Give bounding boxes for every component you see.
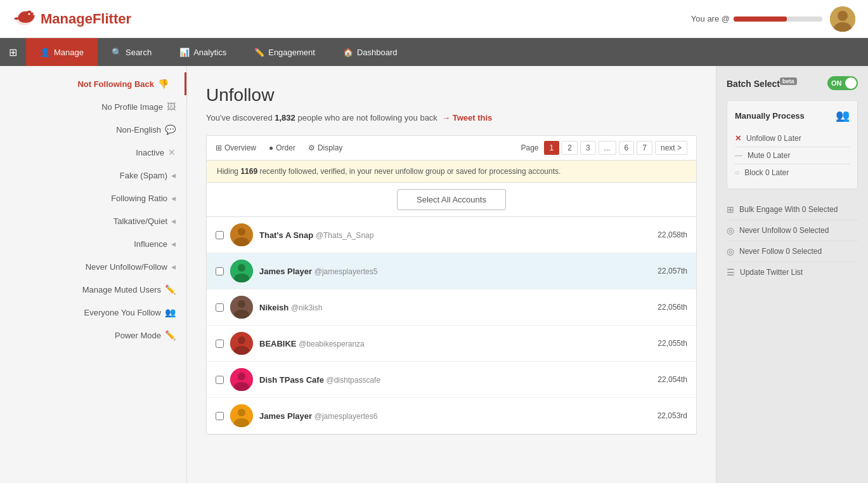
process-item-unfollow: ✕ Unfollow 0 Later	[735, 130, 850, 147]
manually-process-title: Manually Process	[735, 111, 805, 121]
sidebar-item-non-english[interactable]: Non-English 💬	[0, 118, 186, 141]
dashboard-icon: 🏠	[343, 48, 353, 57]
account-name-5: Dish TPass Cafe	[259, 375, 324, 385]
page-btn-next[interactable]: next >	[655, 141, 687, 155]
sidebar-item-no-profile-image[interactable]: No Profile Image 🖼	[0, 95, 186, 118]
bulk-engage-action[interactable]: ⊞ Bulk Engage With 0 Selected	[727, 199, 858, 220]
account-rank-2: 22,057th	[657, 267, 687, 275]
logo-text: ManageFlitter	[41, 11, 131, 27]
sidebar-label-non-english: Non-English	[116, 125, 161, 135]
never-unfollow-label: Never Unfollow 0 Selected	[739, 226, 829, 235]
sidebar-item-never-unfollow[interactable]: Never Unfollow/Follow ◂	[0, 255, 186, 278]
row-checkbox-1[interactable]	[216, 231, 224, 239]
table-row: James Player @jamesplayertes5 22,057th	[207, 253, 696, 289]
never-unfollow-action[interactable]: ◎ Never Unfollow 0 Selected	[727, 220, 858, 241]
account-info-4: BEABIKE @beabikesperanza	[259, 339, 651, 348]
account-name-1: That's A Snap	[259, 230, 313, 240]
page-title: Unfollow	[206, 85, 697, 105]
row-checkbox-3[interactable]	[216, 303, 224, 312]
display-icon: ⚙	[308, 143, 315, 152]
nav-engagement[interactable]: ✏️ Engagement	[240, 38, 329, 66]
manage-icon: 👤	[40, 48, 50, 57]
page-btn-6[interactable]: 6	[619, 141, 635, 155]
unfollow-label: Unfollow 0 Later	[746, 134, 801, 143]
nav-analytics[interactable]: 📊 Analytics	[165, 38, 240, 66]
nav-search[interactable]: 🔍 Search	[98, 38, 165, 66]
avatar-2	[230, 260, 253, 282]
page-btn-3[interactable]: 3	[580, 141, 596, 155]
sidebar-label-fake-spam: Fake (Spam)	[120, 171, 167, 180]
account-name-3: Nikeish	[259, 303, 288, 312]
pagination: Page 1 2 3 ... 6 7 next >	[521, 141, 687, 155]
talkative-chevron-icon: ◂	[171, 216, 176, 226]
block-icon: ○	[735, 168, 739, 177]
never-follow-icon: ◎	[727, 246, 734, 256]
navbar-grid-icon[interactable]: ⊞	[0, 38, 26, 66]
avatar-5	[230, 368, 253, 391]
order-button[interactable]: ● Order	[269, 143, 295, 152]
account-handle-2: @jamesplayertes5	[314, 267, 378, 276]
sidebar-item-talkative-quiet[interactable]: Talkative/Quiet ◂	[0, 209, 186, 232]
sidebar-label-influence: Influence	[134, 239, 167, 249]
table-row: James Player @jamesplayertes6 22,053rd	[207, 398, 696, 434]
toggle-track[interactable]: ON	[827, 76, 858, 90]
grid-icon: ⊞	[216, 143, 222, 152]
overview-button[interactable]: ⊞ Overview	[216, 143, 256, 152]
account-info-6: James Player @jamesplayertes6	[259, 411, 651, 421]
hiding-text-prefix: Hiding	[217, 167, 238, 176]
table-row: BEABIKE @beabikesperanza 22,055th	[207, 326, 696, 362]
display-button[interactable]: ⚙ Display	[308, 143, 342, 152]
sidebar-item-inactive[interactable]: Inactive ✕	[0, 141, 186, 164]
unfollow-x-icon: ✕	[735, 134, 741, 143]
row-checkbox-6[interactable]	[216, 412, 224, 420]
sidebar-item-manage-muted[interactable]: Manage Muted Users ✏️	[0, 278, 186, 301]
subtitle: You've discovered 1,832 people who are n…	[206, 113, 697, 122]
row-checkbox-4[interactable]	[216, 340, 224, 348]
toggle-knob	[845, 77, 857, 89]
mute-label: Mute 0 Later	[748, 151, 790, 160]
svg-point-12	[238, 300, 245, 308]
user-status-text: You are @	[691, 14, 730, 23]
twitter-list-icon: ☰	[727, 267, 735, 277]
sidebar-label-manage-muted: Manage Muted Users	[82, 285, 161, 294]
page-btn-ellipsis: ...	[599, 141, 616, 155]
page-btn-7[interactable]: 7	[637, 141, 652, 155]
sidebar-item-following-ratio[interactable]: Following Ratio ◂	[0, 187, 186, 209]
page-btn-1[interactable]: 1	[544, 141, 560, 155]
sidebar-item-fake-spam[interactable]: Fake (Spam) ◂	[0, 164, 186, 187]
sidebar-item-not-following-back[interactable]: Not Following Back 👎	[0, 72, 186, 95]
sidebar-item-power-mode[interactable]: Power Mode ✏️	[0, 324, 186, 347]
table-toolbar: ⊞ Overview ● Order ⚙ Display Page 1 2 3 …	[206, 135, 697, 160]
process-item-mute: — Mute 0 Later	[735, 147, 850, 164]
nav-manage[interactable]: 👤 Manage	[26, 38, 98, 66]
sidebar-label-everyone-you-follow: Everyone You Follow	[84, 308, 161, 317]
topbar-right: You are @	[691, 6, 855, 32]
sidebar-item-everyone-you-follow[interactable]: Everyone You Follow 👥	[0, 301, 186, 324]
sidebar-label-no-profile-image: No Profile Image	[101, 102, 163, 112]
never-follow-action[interactable]: ◎ Never Follow 0 Selected	[727, 241, 858, 262]
discovered-count: 1,832	[275, 113, 295, 122]
nav-dashboard[interactable]: 🏠 Dashboard	[329, 38, 411, 66]
table-row: Nikeish @nik3ish 22,056th	[207, 289, 696, 326]
update-twitter-list-action[interactable]: ☰ Update Twitter List	[727, 262, 858, 282]
account-rank-4: 22,055th	[657, 339, 687, 348]
page-btn-2[interactable]: 2	[562, 141, 578, 155]
row-checkbox-5[interactable]	[216, 376, 224, 384]
beta-badge: beta	[780, 77, 797, 85]
batch-toggle[interactable]: ON	[827, 76, 858, 90]
sidebar-label-inactive: Inactive	[136, 148, 164, 157]
row-checkbox-2[interactable]	[216, 267, 224, 275]
account-info-5: Dish TPass Cafe @dishtpasscafe	[259, 375, 651, 385]
navbar: ⊞ 👤 Manage 🔍 Search 📊 Analytics ✏️ Engag…	[0, 38, 868, 66]
speech-icon: 💬	[165, 124, 176, 135]
sidebar-item-influence[interactable]: Influence ◂	[0, 232, 186, 255]
never-unfollow-chevron-icon: ◂	[171, 261, 176, 272]
select-all-button[interactable]: Select All Accounts	[397, 189, 506, 210]
everyone-icon: 👥	[165, 307, 176, 317]
avatar-3	[230, 296, 253, 319]
hiding-notice: Hiding 1169 recently followed, verified,…	[206, 160, 697, 182]
subtitle-suffix: people who are not following you back	[297, 113, 437, 122]
order-icon: ●	[269, 143, 273, 152]
manually-process-header: Manually Process 👥	[735, 109, 850, 122]
tweet-link[interactable]: → Tweet this	[442, 113, 492, 122]
